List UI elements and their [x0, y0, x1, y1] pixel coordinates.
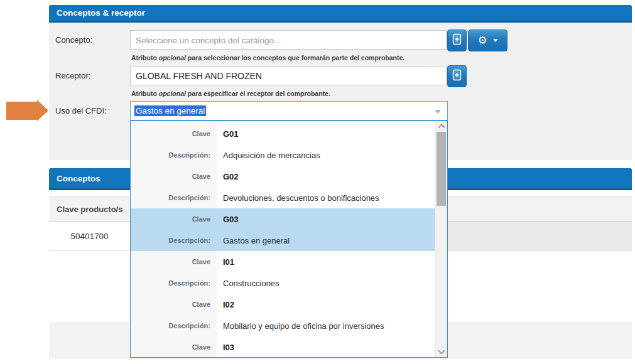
descripcion-value: Construcciones — [217, 279, 280, 288]
clave-label: Clave — [131, 258, 217, 265]
option-clave-line: Clave G01 — [131, 123, 435, 144]
uso-cfdi-selected-value: Gastos en general — [134, 105, 206, 116]
cfdi-option-item[interactable]: Clave I03 — [131, 336, 435, 357]
file-plus-icon — [452, 69, 462, 83]
clave-value: G01 — [217, 129, 239, 139]
panel-title: Conceptos & receptor — [57, 8, 145, 18]
cfdi-option-item[interactable]: Clave G01 Descripción: Adquisición de me… — [131, 123, 435, 166]
add-concepto-button[interactable] — [447, 29, 467, 51]
clave-producto-cell[interactable]: 50401700 — [49, 222, 130, 251]
concepto-helper-text: Atributo opcional para seleccionar los c… — [131, 54, 404, 62]
clave-value: G03 — [217, 215, 239, 224]
clave-value: G02 — [217, 172, 239, 181]
page: Conceptos & receptor Concepto: ⚙ Atribut… — [0, 0, 635, 364]
scrollbar-thumb[interactable] — [437, 132, 446, 206]
file-plus-icon — [452, 33, 462, 48]
option-descripcion-line: Descripción: Construcciones — [131, 272, 435, 294]
concepto-settings-button[interactable]: ⚙ — [468, 29, 507, 51]
descripcion-label: Descripción: — [131, 194, 217, 201]
option-clave-line: Clave G03 — [131, 208, 435, 230]
descripcion-value: Devoluciones, descuentos o bonificacione… — [217, 193, 379, 203]
receptor-label: Receptor: — [55, 66, 90, 85]
option-descripcion-line: Descripción: Adquisición de mercancias — [131, 144, 435, 166]
option-clave-line: Clave G02 — [131, 166, 435, 187]
cfdi-options-list: Clave G01 Descripción: Adquisición de me… — [131, 121, 435, 357]
clave-label: Clave — [131, 301, 217, 308]
cfdi-option-item[interactable]: Clave G03 Descripción: Gastos en general — [131, 208, 435, 251]
receptor-helper-text: Atributo opcional para especificar el re… — [131, 90, 330, 97]
clave-value: I03 — [217, 343, 234, 352]
annotation-arrow-tip-icon — [37, 100, 48, 121]
cfdi-option-item[interactable]: Clave I01 Descripción: Construcciones — [131, 251, 435, 294]
clave-label: Clave — [131, 173, 217, 180]
panel-title: Conceptos — [57, 174, 100, 183]
descripcion-label: Descripción: — [131, 151, 217, 159]
uso-cfdi-dropdown: Clave G01 Descripción: Adquisición de me… — [130, 120, 448, 358]
clave-label: Clave — [131, 343, 217, 351]
concepto-input[interactable] — [130, 30, 447, 50]
option-descripcion-line: Descripción: Devoluciones, descuentos o … — [131, 187, 435, 208]
clave-label: Clave — [131, 215, 217, 223]
select-caret-icon — [435, 110, 441, 114]
receptor-input[interactable] — [130, 66, 447, 85]
cfdi-option-item[interactable]: Clave G02 Descripción: Devoluciones, des… — [131, 166, 435, 208]
caret-down-icon — [493, 39, 498, 42]
option-clave-line: Clave I02 — [131, 294, 435, 315]
panel-conceptos-receptor-header: Conceptos & receptor — [49, 5, 632, 23]
uso-cfdi-select[interactable]: Gastos en general — [130, 101, 448, 120]
descripcion-label: Descripción: — [131, 237, 217, 244]
cfdi-option-item[interactable]: Clave I02 Descripción: Mobilario y equip… — [131, 294, 435, 336]
add-receptor-button[interactable] — [447, 65, 467, 87]
descripcion-label: Descripción: — [131, 279, 217, 287]
option-descripcion-line: Descripción: Mobilario y equipo de ofici… — [131, 315, 435, 336]
descripcion-label: Descripción: — [131, 322, 217, 329]
gear-icon: ⚙ — [477, 35, 487, 46]
descripcion-value: Mobilario y equipo de oficina por invers… — [217, 321, 384, 331]
descripcion-value: Adquisición de mercancias — [217, 151, 320, 160]
clave-value: I02 — [217, 300, 234, 309]
scroll-down-icon[interactable] — [438, 347, 445, 354]
option-clave-line: Clave I01 — [131, 251, 435, 272]
uso-cfdi-label: Uso del CFDI: — [55, 101, 107, 120]
descripcion-value: Gastos en general — [217, 236, 290, 245]
scroll-up-icon[interactable] — [438, 124, 445, 131]
option-clave-line: Clave I03 — [131, 336, 435, 357]
concepto-label: Concepto: — [55, 30, 92, 50]
column-header-clave-producto: Clave producto/s — [49, 205, 122, 214]
annotation-arrow — [6, 102, 37, 120]
clave-value: I01 — [217, 257, 234, 267]
dropdown-scrollbar[interactable] — [435, 121, 447, 357]
clave-label: Clave — [131, 130, 217, 137]
option-descripcion-line: Descripción: Gastos en general — [131, 230, 435, 251]
